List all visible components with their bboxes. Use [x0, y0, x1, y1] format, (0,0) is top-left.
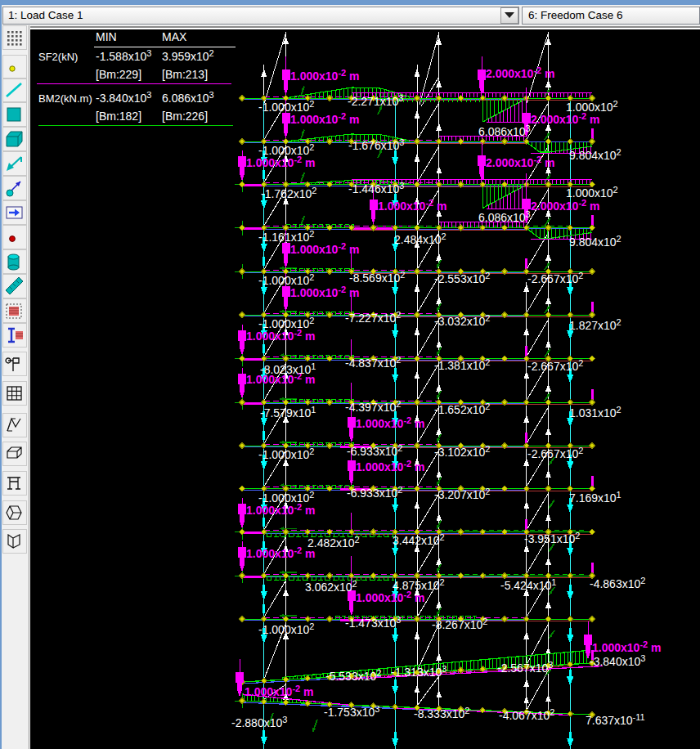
svg-text:2.000x10-2 m: 2.000x10-2 m — [486, 155, 555, 169]
svg-text:1.000x10-2 m: 1.000x10-2 m — [290, 111, 360, 126]
svg-text:1.000x10-2 m: 1.000x10-2 m — [246, 502, 316, 517]
svg-text:-5.533x102: -5.533x102 — [325, 668, 381, 683]
svg-text:[Bm:229]: [Bm:229] — [96, 68, 141, 81]
svg-text:3.062x102: 3.062x102 — [305, 579, 357, 594]
svg-text:BM2(kN.m): BM2(kN.m) — [38, 92, 92, 105]
svg-text:-3.207x102: -3.207x102 — [434, 487, 490, 501]
svg-text:[Bm:213]: [Bm:213] — [162, 68, 208, 81]
svg-text:-1.000x102: -1.000x102 — [258, 621, 314, 636]
svg-text:-6.933x102: -6.933x102 — [347, 485, 402, 500]
svg-text:-8.023x101: -8.023x101 — [260, 361, 316, 376]
svg-text:-8.333x102: -8.333x102 — [414, 706, 469, 720]
svg-text:1.000x10-2 m: 1.000x10-2 m — [356, 415, 425, 430]
svg-text:4.875x102: 4.875x102 — [393, 577, 445, 592]
svg-text:-1.676x103: -1.676x103 — [348, 137, 404, 152]
svg-text:-4.067x102: -4.067x102 — [499, 707, 554, 722]
svg-text:2.000x10-2 m: 2.000x10-2 m — [531, 198, 600, 213]
svg-text:-6.933x102: -6.933x102 — [347, 443, 402, 458]
svg-text:-1.753x103: -1.753x103 — [324, 704, 379, 719]
svg-text:-1.381x102: -1.381x102 — [434, 357, 490, 372]
svg-text:-2.567x103: -2.567x103 — [497, 660, 553, 675]
svg-text:-1.000x102: -1.000x102 — [258, 272, 314, 287]
svg-text:2.000x10-2 m: 2.000x10-2 m — [486, 65, 555, 80]
svg-text:-5.424x101: -5.424x101 — [500, 577, 556, 592]
svg-text:3.442x102: 3.442x102 — [393, 532, 445, 547]
svg-text:-2.667x102: -2.667x102 — [527, 271, 583, 285]
svg-text:6.086x103: 6.086x103 — [478, 123, 531, 138]
svg-text:7.637x10-11: 7.637x10-11 — [586, 712, 645, 727]
svg-text:-4.837x102: -4.837x102 — [345, 355, 401, 370]
svg-text:1.000x10-2 m: 1.000x10-2 m — [356, 459, 425, 473]
svg-text:1.000x102: 1.000x102 — [566, 185, 618, 200]
svg-text:-8.267x102: -8.267x102 — [432, 617, 487, 631]
svg-text:-3.032x102: -3.032x102 — [434, 313, 490, 328]
svg-text:1.827x102: 1.827x102 — [569, 317, 621, 332]
svg-text:-8.569x102: -8.569x102 — [349, 270, 405, 285]
svg-text:-3.951x102: -3.951x102 — [524, 531, 580, 545]
svg-text:6.086x103: 6.086x103 — [478, 209, 531, 224]
svg-text:7.169x101: 7.169x101 — [569, 490, 621, 505]
svg-text:-3.840x103: -3.840x103 — [96, 90, 151, 105]
svg-text:1.000x10-2 m: 1.000x10-2 m — [246, 328, 316, 343]
svg-text:-1.161x102: -1.161x102 — [258, 229, 314, 244]
svg-text:-1.000x102: -1.000x102 — [258, 99, 314, 114]
svg-text:-4.397x102: -4.397x102 — [345, 399, 401, 414]
svg-text:1.000x10-2 m: 1.000x10-2 m — [290, 241, 360, 256]
svg-text:9.804x102: 9.804x102 — [569, 147, 621, 162]
svg-text:2.482x102: 2.482x102 — [307, 535, 360, 549]
svg-text:-2.667x102: -2.667x102 — [527, 446, 583, 460]
svg-text:-1.000x102: -1.000x102 — [258, 490, 314, 505]
svg-text:1.000x102: 1.000x102 — [566, 99, 618, 114]
svg-text:-1.762x102: -1.762x102 — [261, 186, 316, 200]
svg-text:1.000x10-2 m: 1.000x10-2 m — [246, 155, 316, 169]
svg-text:1.000x10-2 m: 1.000x10-2 m — [378, 198, 447, 213]
svg-text:-1.000x102: -1.000x102 — [258, 446, 314, 461]
svg-text:1.000x10-2 m: 1.000x10-2 m — [290, 68, 360, 83]
svg-text:-1.000x102: -1.000x102 — [258, 316, 314, 330]
svg-text:2.484x102: 2.484x102 — [394, 231, 446, 246]
svg-text:-7.227x102: -7.227x102 — [345, 310, 401, 325]
svg-text:1.000x10-2 m: 1.000x10-2 m — [246, 545, 316, 560]
svg-text:[Bm:226]: [Bm:226] — [162, 110, 208, 123]
svg-text:1.000x10-2 m: 1.000x10-2 m — [245, 684, 314, 698]
svg-text:-7.579x101: -7.579x101 — [260, 405, 316, 419]
svg-text:-3.102x102: -3.102x102 — [434, 444, 490, 459]
svg-text:-4.863x102: -4.863x102 — [590, 576, 645, 590]
svg-text:-2.880x103: -2.880x103 — [231, 715, 287, 729]
svg-text:6.086x103: 6.086x103 — [162, 90, 214, 105]
svg-text:MAX: MAX — [162, 30, 187, 43]
svg-text:2.000x10-2 m: 2.000x10-2 m — [531, 111, 600, 126]
svg-text:-1.000x102: -1.000x102 — [258, 142, 314, 157]
svg-text:1.000x10-2 m: 1.000x10-2 m — [356, 590, 425, 604]
svg-text:3.959x102: 3.959x102 — [162, 48, 214, 63]
svg-text:MIN: MIN — [96, 30, 117, 43]
svg-text:1.031x102: 1.031x102 — [569, 405, 621, 419]
svg-text:[Bm:182]: [Bm:182] — [96, 110, 141, 123]
svg-text:SF2(kN): SF2(kN) — [38, 51, 78, 63]
svg-text:-2.271x103: -2.271x103 — [348, 93, 403, 108]
svg-text:-1.313x103: -1.313x103 — [391, 664, 446, 679]
svg-text:-3.840x103: -3.840x103 — [590, 653, 645, 668]
svg-text:9.804x102: 9.804x102 — [569, 234, 621, 249]
svg-text:-1.588x103: -1.588x103 — [96, 48, 151, 63]
svg-text:-1.652x102: -1.652x102 — [434, 401, 490, 416]
svg-text:-1.473x103: -1.473x103 — [345, 615, 401, 630]
svg-text:-2.667x102: -2.667x102 — [527, 358, 583, 373]
svg-text:1.000x10-2 m: 1.000x10-2 m — [592, 639, 662, 654]
svg-text:-1.446x103: -1.446x103 — [348, 181, 404, 195]
svg-text:-2.553x102: -2.553x102 — [434, 271, 490, 285]
svg-text:1.000x10-2 m: 1.000x10-2 m — [290, 285, 360, 299]
